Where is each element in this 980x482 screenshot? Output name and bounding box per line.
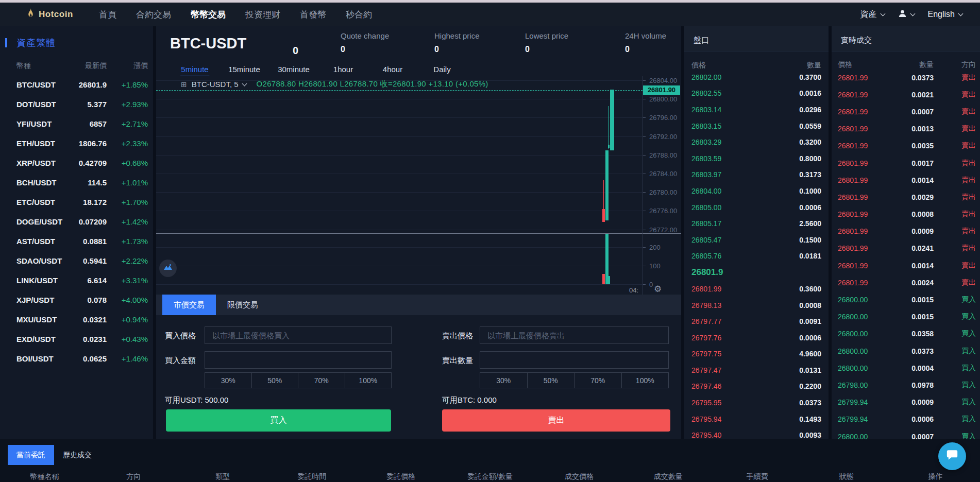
market-pair-row[interactable]: BOI/USDT 0.0625 +1.46% bbox=[0, 349, 153, 368]
language-menu[interactable]: English bbox=[928, 10, 962, 19]
bid-row[interactable]: 26798.130.0008 bbox=[684, 297, 829, 314]
orders-tab[interactable]: 歷史成交 bbox=[54, 445, 100, 465]
top-nav: Hotcoin 首頁 合約交易 幣幣交易 投资理财 首發幣 秒合約 資産 En bbox=[0, 3, 980, 26]
nav-item[interactable]: 首頁 bbox=[99, 3, 116, 26]
interval-tab[interactable]: 4hour bbox=[368, 62, 417, 76]
trade-row: 26798.00 0.0978 買入 bbox=[832, 376, 980, 393]
assets-menu[interactable]: 資産 bbox=[860, 9, 885, 20]
stat-block: Quote change 0 bbox=[341, 31, 434, 54]
percent-button[interactable]: 70% bbox=[575, 373, 622, 388]
candlestick-chart[interactable]: ⊞ BTC-USDT, 5 O26788.80 H26801.90 L26788… bbox=[156, 76, 681, 297]
user-menu[interactable] bbox=[898, 9, 915, 20]
nav-item[interactable]: 首發幣 bbox=[300, 3, 326, 26]
chart-instrument[interactable]: BTC-USDT, 5 bbox=[192, 80, 239, 89]
market-pair-list: BTC/USDT 26801.9 +1.85% DOT/USDT 5.377 +… bbox=[0, 75, 153, 368]
sell-amount-input[interactable] bbox=[480, 351, 669, 369]
bid-row[interactable]: 26797.770.0091 bbox=[684, 313, 829, 330]
buy-button[interactable]: 買入 bbox=[166, 409, 391, 432]
ask-row[interactable]: 26805.760.0181 bbox=[684, 248, 829, 265]
bid-row[interactable]: 26801.990.3600 bbox=[684, 281, 829, 297]
ask-row[interactable]: 26805.470.1500 bbox=[684, 232, 829, 248]
orders-tab[interactable]: 當前委託 bbox=[8, 445, 54, 465]
market-pair-row[interactable]: XRP/USDT 0.42709 +0.68% bbox=[0, 153, 153, 173]
ask-row[interactable]: 26803.150.0559 bbox=[684, 118, 829, 134]
order-type-tab[interactable]: 限價交易 bbox=[216, 295, 269, 315]
percent-button[interactable]: 30% bbox=[480, 373, 528, 388]
brand-logo[interactable]: Hotcoin bbox=[26, 3, 73, 26]
bid-row[interactable]: 26797.760.0006 bbox=[684, 330, 829, 346]
orders-table-header: 手續費 bbox=[713, 472, 802, 481]
bid-row[interactable]: 26797.754.9600 bbox=[684, 346, 829, 363]
interval-tab[interactable]: 15minute bbox=[219, 62, 269, 76]
ask-row[interactable]: 26804.000.1000 bbox=[684, 183, 829, 199]
chart-style-button[interactable] bbox=[159, 260, 177, 277]
bid-row[interactable]: 26795.400.0093 bbox=[684, 427, 829, 439]
buy-amount-input[interactable] bbox=[205, 351, 392, 369]
ask-row[interactable]: 26802.550.0016 bbox=[684, 85, 829, 102]
ask-row[interactable]: 26802.000.3700 bbox=[684, 69, 829, 85]
nav-item[interactable]: 投资理财 bbox=[245, 3, 280, 26]
bid-row[interactable]: 26797.470.0131 bbox=[684, 362, 829, 378]
nav-item[interactable]: 秒合約 bbox=[346, 3, 372, 26]
trades-list: 26801.99 0.0373 賣出 26801.99 0.0021 賣出 26… bbox=[832, 69, 980, 439]
interval-tab[interactable]: 30minute bbox=[269, 62, 318, 76]
trade-row: 26800.00 0.0015 買入 bbox=[832, 291, 980, 308]
symbol-value: 0 bbox=[293, 45, 298, 57]
percent-button[interactable]: 70% bbox=[298, 373, 345, 388]
sell-button[interactable]: 賣出 bbox=[442, 409, 670, 432]
ask-row[interactable]: 26803.970.3173 bbox=[684, 167, 829, 183]
sell-price-input[interactable] bbox=[480, 326, 669, 344]
market-pair-row[interactable]: BTC/USDT 26801.9 +1.85% bbox=[0, 75, 153, 94]
order-type-tab[interactable]: 市價交易 bbox=[162, 295, 216, 315]
nav-item[interactable]: 合約交易 bbox=[136, 3, 171, 26]
trade-row: 26799.94 0.0009 買入 bbox=[832, 394, 980, 411]
percent-button[interactable]: 50% bbox=[528, 373, 575, 388]
interval-tab[interactable]: 1hour bbox=[318, 62, 368, 76]
grid-view-icon[interactable]: ⊞ bbox=[181, 80, 187, 89]
ask-row[interactable]: 26805.172.5600 bbox=[684, 215, 829, 232]
trade-row: 26801.99 0.0029 賣出 bbox=[832, 188, 980, 205]
percent-button[interactable]: 100% bbox=[345, 373, 392, 388]
market-pair-row[interactable]: ETH/USDT 1806.76 +2.33% bbox=[0, 133, 153, 153]
chat-support-button[interactable] bbox=[938, 442, 966, 470]
sell-percent-buttons: 30%50%70%100% bbox=[480, 372, 669, 388]
orders-bottom-bar: 當前委託 歷史成交 幣種名稱方向類型委託時間委託價格委託金額/數量成交價格成交數… bbox=[0, 439, 980, 482]
percent-button[interactable]: 30% bbox=[205, 373, 252, 388]
chart-settings-gear-icon[interactable]: ⚙ bbox=[654, 284, 662, 295]
sidebar-title: 資產繁體 bbox=[5, 37, 153, 49]
trade-row: 26801.99 0.0024 賣出 bbox=[832, 274, 980, 291]
market-pair-row[interactable]: EXD/USDT 0.0231 +0.43% bbox=[0, 329, 153, 349]
market-pair-row[interactable]: XJP/USDT 0.078 +4.00% bbox=[0, 290, 153, 309]
orders-table-header: 委託時間 bbox=[267, 472, 357, 481]
ask-row[interactable]: 26805.000.0006 bbox=[684, 199, 829, 216]
buy-price-input[interactable] bbox=[205, 326, 392, 344]
ask-row[interactable]: 26803.290.3200 bbox=[684, 134, 829, 150]
interval-tab[interactable]: Daily bbox=[417, 62, 467, 76]
market-pair-row[interactable]: LINK/USDT 6.614 +3.31% bbox=[0, 270, 153, 290]
orders-table-header: 委託價格 bbox=[357, 472, 446, 481]
bid-row[interactable]: 26795.940.1493 bbox=[684, 411, 829, 427]
trade-row: 26799.94 0.0006 買入 bbox=[832, 411, 980, 428]
market-pair-row[interactable]: DOT/USDT 5.377 +2.93% bbox=[0, 94, 153, 114]
bid-row[interactable]: 26797.460.2200 bbox=[684, 378, 829, 395]
percent-button[interactable]: 100% bbox=[622, 373, 669, 388]
flame-logo-icon bbox=[26, 8, 35, 21]
market-pair-row[interactable]: BCH/USDT 114.5 +1.01% bbox=[0, 173, 153, 192]
orderbook-asks: 26802.000.3700 26802.550.0016 26803.140.… bbox=[684, 69, 829, 264]
trades-title: 實時成交 bbox=[832, 26, 980, 51]
market-pair-row[interactable]: SDAO/USDT 0.5941 +2.22% bbox=[0, 251, 153, 270]
trade-row: 26800.00 0.0373 買入 bbox=[832, 342, 980, 359]
ask-row[interactable]: 26803.590.8000 bbox=[684, 150, 829, 167]
ask-row[interactable]: 26803.140.0296 bbox=[684, 101, 829, 118]
orders-table-header: 操作 bbox=[891, 472, 980, 481]
interval-tab[interactable]: 5minute bbox=[170, 62, 219, 76]
ohlc-readout: O26788.80 H26801.90 L26788.70 收=26801.90… bbox=[257, 79, 488, 89]
nav-item[interactable]: 幣幣交易 bbox=[191, 3, 226, 26]
percent-button[interactable]: 50% bbox=[252, 373, 299, 388]
market-pair-row[interactable]: MXU/USDT 0.0321 +0.94% bbox=[0, 309, 153, 329]
bid-row[interactable]: 26795.950.0373 bbox=[684, 394, 829, 411]
market-pair-row[interactable]: ETC/USDT 18.172 +1.70% bbox=[0, 192, 153, 212]
market-pair-row[interactable]: YFI/USDT 6857 +2.71% bbox=[0, 114, 153, 133]
market-pair-row[interactable]: AST/USDT 0.0881 +1.73% bbox=[0, 231, 153, 251]
market-pair-row[interactable]: DOGE/USDT 0.07209 +1.42% bbox=[0, 212, 153, 231]
